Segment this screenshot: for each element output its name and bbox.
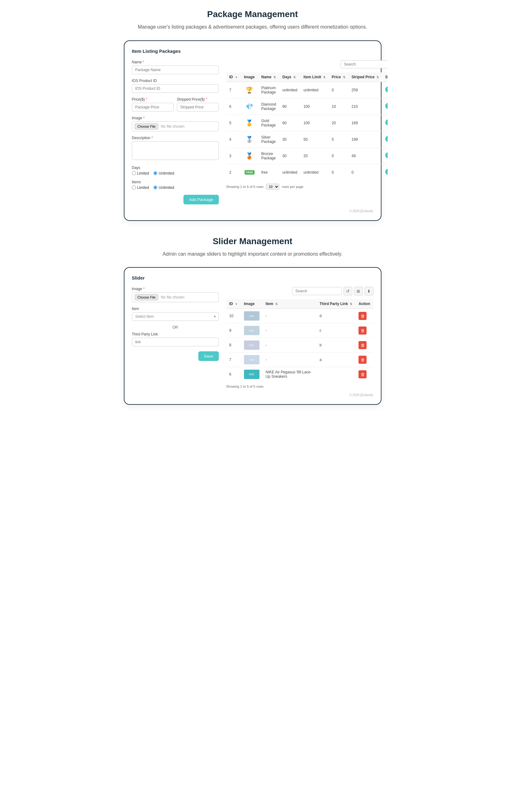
package-search-input[interactable] — [340, 60, 387, 69]
slider-refresh-icon-btn[interactable]: ↺ — [344, 287, 352, 295]
row-name: free — [258, 164, 279, 180]
table-row: 4 🥈 Silver Package 30 50 5 199 ✎ — [226, 131, 388, 148]
row-days: 30 — [279, 148, 301, 164]
delete-button[interactable]: 🗑 — [358, 341, 367, 349]
ios-input[interactable] — [132, 84, 219, 93]
items-limited-input[interactable] — [132, 185, 136, 189]
row-id: 5 — [226, 115, 241, 131]
row-image: 🥉 — [241, 148, 258, 164]
row-days: unlimited — [279, 82, 301, 98]
col-id: ID ▼ — [226, 73, 241, 82]
row-id: 2 — [226, 164, 241, 180]
table-row: 10 IMG - d 🗑 — [226, 309, 373, 323]
package-card-title: Item Listing Packages — [132, 48, 373, 54]
slider-table-section: ↺ ⊞ ⬇ ID ▼ Image Item ⇅ Third Party Link… — [226, 287, 373, 388]
row-striped-price: 199 — [349, 131, 382, 148]
slider-col-third-party-link: Third Party Link ⇅ — [316, 299, 355, 309]
items-limited-radio[interactable]: Limited — [132, 185, 149, 190]
row-price: 10 — [329, 98, 349, 115]
slider-row-id: 7 — [226, 353, 241, 367]
row-days: 90 — [279, 98, 301, 115]
row-status[interactable] — [382, 148, 388, 164]
delete-button[interactable]: 🗑 — [358, 356, 367, 364]
delete-button[interactable]: 🗑 — [358, 370, 367, 378]
delete-button[interactable]: 🗑 — [358, 312, 367, 320]
row-id: 3 — [226, 148, 241, 164]
row-status[interactable] — [382, 98, 388, 115]
row-price: 5 — [329, 131, 349, 148]
slider-table-toolbar: ↺ ⊞ ⬇ — [226, 287, 373, 295]
price-label: Price($) * — [132, 97, 174, 102]
row-image: 🏆 — [241, 82, 258, 98]
days-limited-radio[interactable]: Limited — [132, 171, 149, 175]
items-field-group: Items Limited Unlimited — [132, 180, 219, 190]
row-striped-price: 49 — [349, 148, 382, 164]
row-status[interactable] — [382, 131, 388, 148]
row-item-limit: 100 — [301, 115, 329, 131]
slider-row-image: IMG — [241, 338, 263, 353]
slider-row-third-party-link — [316, 367, 355, 382]
row-name: Gold Package — [258, 115, 279, 131]
row-status[interactable] — [382, 82, 388, 98]
row-status[interactable] — [382, 164, 388, 180]
row-item-limit: 50 — [301, 131, 329, 148]
slider-card-title: Slider — [132, 275, 373, 280]
slider-copyright: © 2024 jEclassify — [132, 393, 373, 397]
row-name: Platinum Package — [258, 82, 279, 98]
slider-item-field-group: Item Select Item — [132, 307, 219, 321]
row-id: 6 — [226, 98, 241, 115]
slider-item-label: Item — [132, 307, 219, 311]
slider-columns-icon-btn[interactable]: ⊞ — [354, 287, 363, 295]
slider-row-image: IMG — [241, 323, 263, 338]
description-textarea[interactable] — [132, 141, 219, 160]
package-table: ID ▼ Image Name ⇅ Days ⇅ Item Limit ⇅ Pr… — [226, 73, 388, 180]
items-unlimited-input[interactable] — [153, 185, 157, 189]
name-input[interactable] — [132, 65, 219, 74]
slider-col-id: ID ▼ — [226, 299, 241, 309]
table-row: 6 IMG NIKE Air Pegasus '89 Lace-Up Sneak… — [226, 367, 373, 382]
row-price: 0 — [329, 82, 349, 98]
table-row: 2 FREE free unlimited unlimited 0 0 ✎ — [226, 164, 388, 180]
slider-download-icon-btn[interactable]: ⬇ — [365, 287, 373, 295]
choose-file-button[interactable]: Choose File — [135, 123, 159, 130]
row-status[interactable] — [382, 115, 388, 131]
slider-row-item: - — [263, 323, 317, 338]
add-package-button[interactable]: Add Package — [183, 195, 218, 205]
row-item-limit: 100 — [301, 98, 329, 115]
row-item-limit: unlimited — [301, 164, 329, 180]
package-table-toolbar: ↺ ⊞ ⬇ — [226, 60, 388, 69]
package-rows-info: Showing 1 to 6 of 6 rows — [226, 185, 264, 188]
col-striped-price: Striped Price ⇅ — [349, 73, 382, 82]
name-label: Name * — [132, 60, 219, 64]
slider-item-select[interactable]: Select Item — [132, 312, 219, 321]
image-field-group: Image * Choose File No file chosen — [132, 116, 219, 131]
slider-choose-file-button[interactable]: Choose File — [135, 294, 159, 300]
days-unlimited-input[interactable] — [153, 171, 157, 175]
package-copyright: © 2024 jEclassify — [132, 210, 373, 213]
delete-button[interactable]: 🗑 — [358, 326, 367, 334]
stripped-price-input[interactable] — [177, 103, 219, 112]
row-striped-price: 210 — [349, 98, 382, 115]
row-item-limit: 20 — [301, 148, 329, 164]
items-unlimited-radio[interactable]: Unlimited — [153, 185, 174, 190]
price-input[interactable] — [132, 103, 174, 112]
package-rows-per-page[interactable]: 10 25 50 — [266, 183, 279, 190]
table-row: 3 🥉 Bronze Package 30 20 0 49 ✎ — [226, 148, 388, 164]
third-party-link-input[interactable] — [132, 337, 219, 347]
slider-row-item: - — [263, 309, 317, 323]
slider-management-subtitle: Admin can manage sliders to highlight im… — [124, 250, 381, 258]
slider-row-item: - — [263, 353, 317, 367]
row-striped-price: 169 — [349, 115, 382, 131]
save-button[interactable]: Save — [198, 351, 219, 361]
days-unlimited-radio[interactable]: Unlimited — [153, 171, 174, 175]
slider-management-card: Slider Image * Choose File No file chose… — [124, 267, 381, 405]
days-field-group: Days Limited Unlimited — [132, 165, 219, 175]
stripped-price-label: Stripped Price($) * — [177, 97, 219, 102]
slider-search-input[interactable] — [292, 287, 342, 295]
package-table-section: ↺ ⊞ ⬇ ID ▼ Image Name ⇅ Days ⇅ Item Limi… — [226, 60, 388, 205]
days-limited-input[interactable] — [132, 171, 136, 175]
description-label: Description * — [132, 136, 219, 140]
slider-image-label: Image * — [132, 287, 219, 291]
slider-col-item: Item ⇅ — [263, 299, 317, 309]
slider-col-action: Action — [355, 299, 373, 309]
